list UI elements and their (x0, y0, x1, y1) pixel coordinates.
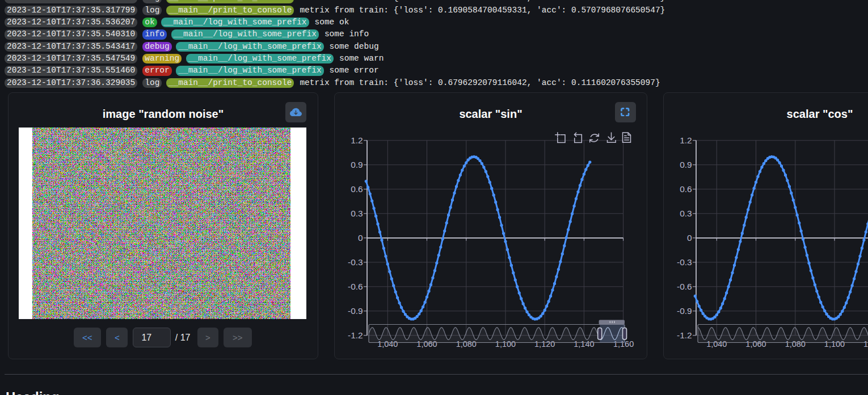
svg-text:0.9: 0.9 (351, 160, 363, 169)
svg-text:1.2: 1.2 (351, 135, 363, 145)
svg-text:0.9: 0.9 (680, 160, 692, 169)
svg-text:-1.2: -1.2 (677, 330, 692, 340)
svg-text:-0.6: -0.6 (348, 282, 363, 291)
svg-text:0: 0 (687, 233, 692, 243)
svg-text:-0.9: -0.9 (677, 306, 692, 316)
svg-text:-0.6: -0.6 (677, 282, 692, 291)
svg-text:0.6: 0.6 (351, 184, 363, 194)
svg-text:1.2: 1.2 (680, 135, 692, 145)
svg-text:-0.3: -0.3 (677, 257, 692, 267)
svg-text:0.6: 0.6 (680, 184, 692, 194)
svg-text:0: 0 (358, 233, 363, 243)
svg-text:-0.3: -0.3 (348, 257, 363, 267)
svg-text:0.3: 0.3 (680, 209, 692, 218)
svg-text:-0.9: -0.9 (348, 306, 363, 316)
svg-text:0.3: 0.3 (351, 209, 363, 218)
svg-text:-1.2: -1.2 (348, 330, 363, 340)
